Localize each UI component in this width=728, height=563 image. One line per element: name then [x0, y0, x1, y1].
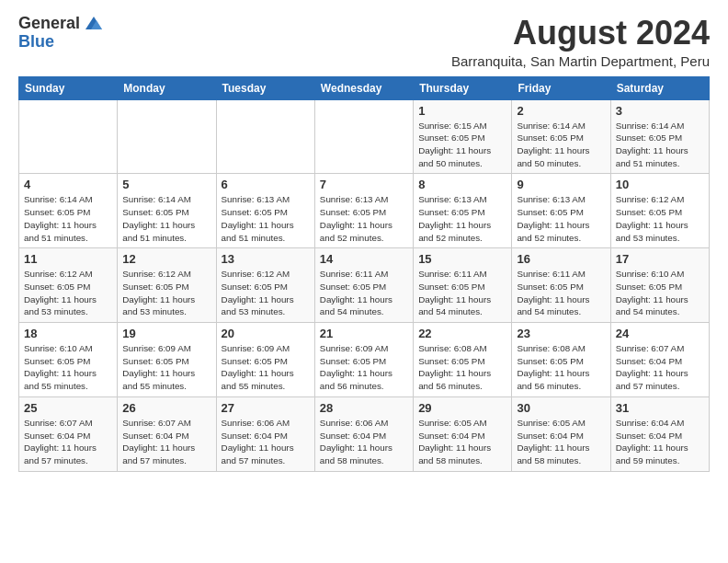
day-number: 11 — [24, 252, 112, 266]
calendar-week-row: 11Sunrise: 6:12 AM Sunset: 6:05 PM Dayli… — [19, 248, 710, 323]
calendar-day-20: 20Sunrise: 6:09 AM Sunset: 6:05 PM Dayli… — [216, 323, 314, 397]
logo-general-text: General — [18, 15, 80, 33]
day-info: Sunrise: 6:12 AM Sunset: 6:05 PM Dayligh… — [24, 268, 112, 318]
day-number: 28 — [320, 401, 408, 415]
day-number: 1 — [418, 104, 506, 118]
day-number: 31 — [616, 401, 704, 415]
month-year-title: August 2024 — [451, 15, 710, 52]
day-number: 5 — [122, 178, 210, 191]
day-info: Sunrise: 6:09 AM Sunset: 6:05 PM Dayligh… — [122, 342, 210, 393]
calendar-week-row: 4Sunrise: 6:14 AM Sunset: 6:05 PM Daylig… — [19, 174, 710, 248]
calendar-day-15: 15Sunrise: 6:11 AM Sunset: 6:05 PM Dayli… — [414, 248, 512, 323]
day-number: 30 — [517, 401, 605, 415]
day-info: Sunrise: 6:06 AM Sunset: 6:04 PM Dayligh… — [222, 417, 310, 467]
calendar-day-8: 8Sunrise: 6:13 AM Sunset: 6:05 PM Daylig… — [414, 174, 512, 248]
day-info: Sunrise: 6:11 AM Sunset: 6:05 PM Dayligh… — [517, 268, 605, 318]
day-info: Sunrise: 6:06 AM Sunset: 6:04 PM Dayligh… — [320, 417, 408, 467]
calendar-day-1: 1Sunrise: 6:15 AM Sunset: 6:05 PM Daylig… — [414, 99, 512, 174]
day-info: Sunrise: 6:13 AM Sunset: 6:05 PM Dayligh… — [320, 193, 408, 244]
day-number: 6 — [222, 178, 310, 191]
day-number: 3 — [616, 104, 704, 118]
calendar-day-9: 9Sunrise: 6:13 AM Sunset: 6:05 PM Daylig… — [512, 174, 610, 248]
calendar-day-25: 25Sunrise: 6:07 AM Sunset: 6:04 PM Dayli… — [19, 396, 118, 471]
day-info: Sunrise: 6:10 AM Sunset: 6:05 PM Dayligh… — [24, 342, 112, 393]
calendar-day-24: 24Sunrise: 6:07 AM Sunset: 6:04 PM Dayli… — [610, 323, 709, 397]
calendar-day-30: 30Sunrise: 6:05 AM Sunset: 6:04 PM Dayli… — [512, 396, 610, 471]
calendar-day-17: 17Sunrise: 6:10 AM Sunset: 6:05 PM Dayli… — [610, 248, 709, 323]
calendar-day-28: 28Sunrise: 6:06 AM Sunset: 6:04 PM Dayli… — [314, 396, 413, 471]
calendar-week-row: 1Sunrise: 6:15 AM Sunset: 6:05 PM Daylig… — [19, 99, 710, 174]
day-number: 24 — [616, 327, 704, 340]
location-subtitle: Barranquita, San Martin Department, Peru — [451, 53, 710, 69]
day-info: Sunrise: 6:14 AM Sunset: 6:05 PM Dayligh… — [517, 120, 605, 170]
day-number: 27 — [222, 401, 310, 415]
day-info: Sunrise: 6:08 AM Sunset: 6:05 PM Dayligh… — [517, 342, 605, 393]
day-info: Sunrise: 6:13 AM Sunset: 6:05 PM Dayligh… — [517, 193, 605, 244]
day-number: 23 — [517, 327, 605, 340]
calendar-day-5: 5Sunrise: 6:14 AM Sunset: 6:05 PM Daylig… — [118, 174, 216, 248]
day-number: 9 — [517, 178, 605, 191]
day-info: Sunrise: 6:07 AM Sunset: 6:04 PM Dayligh… — [24, 417, 112, 467]
calendar-empty-cell — [118, 99, 216, 174]
calendar-day-27: 27Sunrise: 6:06 AM Sunset: 6:04 PM Dayli… — [216, 396, 314, 471]
day-number: 15 — [418, 252, 506, 266]
day-info: Sunrise: 6:09 AM Sunset: 6:05 PM Dayligh… — [222, 342, 310, 393]
day-info: Sunrise: 6:14 AM Sunset: 6:05 PM Dayligh… — [122, 193, 210, 244]
day-number: 14 — [320, 252, 408, 266]
calendar-day-21: 21Sunrise: 6:09 AM Sunset: 6:05 PM Dayli… — [314, 323, 413, 397]
calendar-day-3: 3Sunrise: 6:14 AM Sunset: 6:05 PM Daylig… — [610, 99, 709, 174]
day-number: 26 — [122, 401, 210, 415]
column-header-wednesday: Wednesday — [314, 76, 413, 99]
column-header-sunday: Sunday — [19, 76, 118, 99]
calendar-day-6: 6Sunrise: 6:13 AM Sunset: 6:05 PM Daylig… — [216, 174, 314, 248]
column-header-saturday: Saturday — [610, 76, 709, 99]
day-info: Sunrise: 6:14 AM Sunset: 6:05 PM Dayligh… — [616, 120, 704, 170]
calendar-week-row: 18Sunrise: 6:10 AM Sunset: 6:05 PM Dayli… — [19, 323, 710, 397]
day-number: 17 — [616, 252, 704, 266]
logo-blue-text: Blue — [18, 33, 104, 52]
day-info: Sunrise: 6:04 AM Sunset: 6:04 PM Dayligh… — [616, 417, 704, 467]
day-info: Sunrise: 6:12 AM Sunset: 6:05 PM Dayligh… — [222, 268, 310, 318]
column-header-thursday: Thursday — [414, 76, 512, 99]
day-number: 13 — [222, 252, 310, 266]
day-number: 25 — [24, 401, 112, 415]
day-info: Sunrise: 6:05 AM Sunset: 6:04 PM Dayligh… — [517, 417, 605, 467]
page-header: General Blue August 2024 Barranquita, Sa… — [18, 15, 710, 69]
day-number: 4 — [24, 178, 112, 191]
day-number: 29 — [418, 401, 506, 415]
day-info: Sunrise: 6:07 AM Sunset: 6:04 PM Dayligh… — [122, 417, 210, 467]
column-header-tuesday: Tuesday — [216, 76, 314, 99]
day-info: Sunrise: 6:14 AM Sunset: 6:05 PM Dayligh… — [24, 193, 112, 244]
calendar-table: SundayMondayTuesdayWednesdayThursdayFrid… — [18, 76, 710, 472]
day-info: Sunrise: 6:09 AM Sunset: 6:05 PM Dayligh… — [320, 342, 408, 393]
day-info: Sunrise: 6:13 AM Sunset: 6:05 PM Dayligh… — [222, 193, 310, 244]
day-number: 7 — [320, 178, 408, 191]
day-info: Sunrise: 6:12 AM Sunset: 6:05 PM Dayligh… — [122, 268, 210, 318]
calendar-day-12: 12Sunrise: 6:12 AM Sunset: 6:05 PM Dayli… — [118, 248, 216, 323]
calendar-day-23: 23Sunrise: 6:08 AM Sunset: 6:05 PM Dayli… — [512, 323, 610, 397]
day-info: Sunrise: 6:11 AM Sunset: 6:05 PM Dayligh… — [418, 268, 506, 318]
day-info: Sunrise: 6:13 AM Sunset: 6:05 PM Dayligh… — [418, 193, 506, 244]
day-number: 12 — [122, 252, 210, 266]
calendar-empty-cell — [216, 99, 314, 174]
day-info: Sunrise: 6:08 AM Sunset: 6:05 PM Dayligh… — [418, 342, 506, 393]
day-info: Sunrise: 6:07 AM Sunset: 6:04 PM Dayligh… — [616, 342, 704, 393]
calendar-day-22: 22Sunrise: 6:08 AM Sunset: 6:05 PM Dayli… — [414, 323, 512, 397]
day-number: 22 — [418, 327, 506, 340]
day-number: 8 — [418, 178, 506, 191]
calendar-day-4: 4Sunrise: 6:14 AM Sunset: 6:05 PM Daylig… — [19, 174, 118, 248]
day-info: Sunrise: 6:12 AM Sunset: 6:05 PM Dayligh… — [616, 193, 704, 244]
calendar-day-2: 2Sunrise: 6:14 AM Sunset: 6:05 PM Daylig… — [512, 99, 610, 174]
calendar-day-19: 19Sunrise: 6:09 AM Sunset: 6:05 PM Dayli… — [118, 323, 216, 397]
day-number: 20 — [222, 327, 310, 340]
day-number: 18 — [24, 327, 112, 340]
calendar-header-row: SundayMondayTuesdayWednesdayThursdayFrid… — [19, 76, 710, 99]
calendar-day-31: 31Sunrise: 6:04 AM Sunset: 6:04 PM Dayli… — [610, 396, 709, 471]
calendar-week-row: 25Sunrise: 6:07 AM Sunset: 6:04 PM Dayli… — [19, 396, 710, 471]
title-block: August 2024 Barranquita, San Martin Depa… — [451, 15, 710, 69]
calendar-day-29: 29Sunrise: 6:05 AM Sunset: 6:04 PM Dayli… — [414, 396, 512, 471]
calendar-day-7: 7Sunrise: 6:13 AM Sunset: 6:05 PM Daylig… — [314, 174, 413, 248]
day-info: Sunrise: 6:05 AM Sunset: 6:04 PM Dayligh… — [418, 417, 506, 467]
day-number: 21 — [320, 327, 408, 340]
calendar-day-26: 26Sunrise: 6:07 AM Sunset: 6:04 PM Dayli… — [118, 396, 216, 471]
